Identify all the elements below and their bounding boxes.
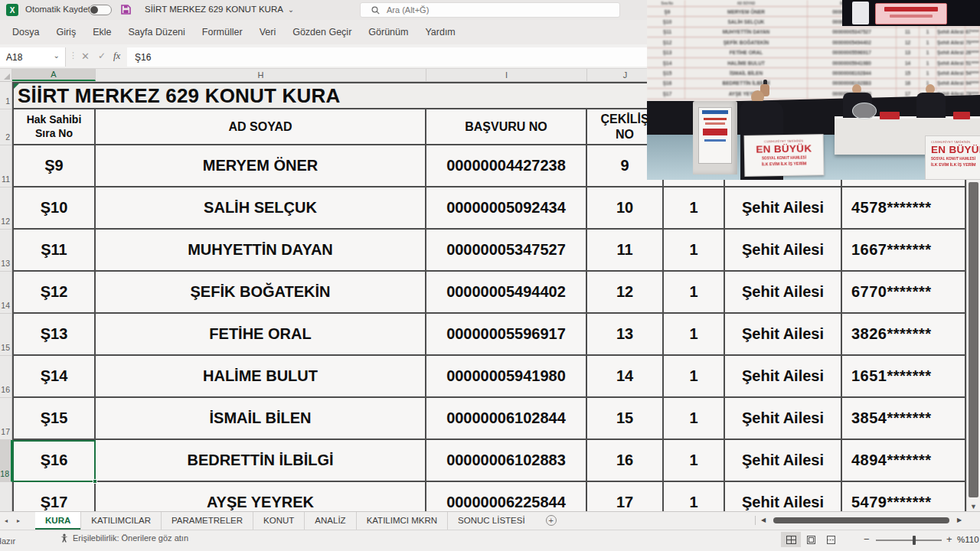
excel-app-icon[interactable]: X: [6, 4, 18, 16]
cell-A19[interactable]: Ş17: [12, 482, 96, 511]
sheet-tab-sonuc-li̇stesi̇[interactable]: SONUC LİSTESİ: [447, 512, 535, 530]
cell-L15[interactable]: Şehit Ailesi: [725, 314, 842, 356]
cell-H18[interactable]: BEDRETTİN İLBİLGİ: [96, 440, 426, 482]
row-header-19[interactable]: 19: [0, 482, 12, 511]
cell-I18[interactable]: 00000006102883: [426, 440, 587, 482]
document-title[interactable]: SİİRT MERKEZ 629 KONUT KURA⌄: [145, 5, 294, 14]
menu-item-dosya[interactable]: Dosya: [4, 20, 47, 44]
row-header-2[interactable]: 2: [0, 109, 12, 145]
column-header-H[interactable]: H: [96, 69, 426, 81]
header-cell-I[interactable]: BAŞVURU NO: [426, 109, 587, 145]
vscroll-thumb[interactable]: [969, 182, 978, 497]
row-header-12[interactable]: 12: [0, 187, 12, 230]
cell-H16[interactable]: HALİME BULUT: [96, 356, 426, 398]
sheet-nav-right-icon[interactable]: ▸: [12, 512, 24, 530]
cell-A11[interactable]: Ş9: [12, 145, 96, 187]
cell-J19[interactable]: 17: [587, 482, 664, 511]
cell-K19[interactable]: 1: [664, 482, 725, 511]
cell-K12[interactable]: 1: [664, 187, 725, 230]
select-all-corner[interactable]: [0, 69, 12, 81]
menu-item-gözden-geçir[interactable]: Gözden Geçir: [284, 20, 360, 44]
header-cell-H[interactable]: AD SOYAD: [96, 109, 426, 145]
cell-J18[interactable]: 16: [587, 440, 664, 482]
cell-M16[interactable]: 1651*******: [842, 356, 966, 398]
cell-A13[interactable]: Ş11: [12, 230, 96, 272]
sheet-nav-left-icon[interactable]: ◂: [0, 512, 12, 530]
column-header-I[interactable]: I: [426, 69, 587, 81]
menu-item-sayfa-düzeni[interactable]: Sayfa Düzeni: [119, 20, 193, 44]
cell-K16[interactable]: 1: [664, 356, 725, 398]
cell-I14[interactable]: 00000005494402: [426, 272, 587, 314]
cell-H13[interactable]: MUHYETTİN DAYAN: [96, 230, 426, 272]
cell-H19[interactable]: AYŞE YEYREK: [96, 482, 426, 511]
cell-H15[interactable]: FETİHE ORAL: [96, 314, 426, 356]
cell-H14[interactable]: ŞEFİK BOĞATEKİN: [96, 272, 426, 314]
name-box-chevron-icon[interactable]: ⌄: [54, 51, 60, 60]
cell-L18[interactable]: Şehit Ailesi: [725, 440, 842, 482]
fx-icon[interactable]: fx: [113, 50, 120, 62]
cell-H12[interactable]: SALİH SELÇUK: [96, 187, 426, 230]
cell-I11[interactable]: 00000004427238: [426, 145, 587, 187]
menu-item-veri[interactable]: Veri: [251, 20, 285, 44]
menu-item-yardım[interactable]: Yardım: [416, 20, 463, 44]
accessibility-button[interactable]: Erişilebilirlik: Önerilere göz atın: [60, 533, 188, 543]
row-header-13[interactable]: 13: [0, 230, 12, 272]
sheet-tab-katilimcilar[interactable]: KATILIMCILAR: [80, 512, 161, 530]
cell-K14[interactable]: 1: [664, 272, 725, 314]
name-box[interactable]: A18 ⌄: [0, 47, 66, 67]
cell-K13[interactable]: 1: [664, 230, 725, 272]
cell-M17[interactable]: 3854*******: [842, 398, 966, 440]
formula-enter-icon[interactable]: ✓: [98, 51, 106, 61]
formula-cancel-icon[interactable]: ✕: [81, 51, 90, 62]
row-header-1[interactable]: 1: [0, 82, 12, 109]
video-overlay[interactable]: Sıra NoAD SOYADBAŞVURU NOÇEK. NOŞ9MERYEM…: [647, 0, 980, 180]
cell-M15[interactable]: 3826*******: [842, 314, 966, 356]
sheet-tab-konut[interactable]: KONUT: [253, 512, 304, 530]
menu-item-görünüm[interactable]: Görünüm: [360, 20, 416, 44]
menu-item-formüller[interactable]: Formüller: [194, 20, 251, 44]
vscroll-down-icon[interactable]: ▼: [970, 503, 977, 510]
search-input[interactable]: Ara (Alt+Ğ): [360, 2, 620, 18]
cell-A15[interactable]: Ş13: [12, 314, 96, 356]
cell-L17[interactable]: Şehit Ailesi: [725, 398, 842, 440]
menu-item-ekle[interactable]: Ekle: [84, 20, 119, 44]
row-header-17[interactable]: 17: [0, 398, 12, 440]
zoom-slider[interactable]: [876, 540, 942, 541]
view-page-break-button[interactable]: [821, 532, 841, 547]
cell-A18[interactable]: Ş16: [12, 440, 96, 482]
vertical-scrollbar[interactable]: ▼: [966, 180, 980, 511]
cell-J15[interactable]: 13: [587, 314, 664, 356]
cell-L13[interactable]: Şehit Ailesi: [725, 230, 842, 272]
row-header-14[interactable]: 14: [0, 272, 12, 314]
cell-J13[interactable]: 11: [587, 230, 664, 272]
cell-I16[interactable]: 00000005941980: [426, 356, 587, 398]
cell-M14[interactable]: 6770*******: [842, 272, 966, 314]
cell-H11[interactable]: MERYEM ÖNER: [96, 145, 426, 187]
sheet-tab-parametreler[interactable]: PARAMETRELER: [161, 512, 253, 530]
cell-M19[interactable]: 5479*******: [842, 482, 966, 511]
hscroll-thumb[interactable]: [773, 517, 949, 523]
row-header-11[interactable]: 11: [0, 145, 12, 187]
cell-L16[interactable]: Şehit Ailesi: [725, 356, 842, 398]
zoom-in-button[interactable]: +: [946, 533, 952, 545]
cell-J17[interactable]: 15: [587, 398, 664, 440]
cell-I13[interactable]: 00000005347527: [426, 230, 587, 272]
cell-A14[interactable]: Ş12: [12, 272, 96, 314]
cell-K15[interactable]: 1: [664, 314, 725, 356]
cell-I19[interactable]: 00000006225844: [426, 482, 587, 511]
cell-L12[interactable]: Şehit Ailesi: [725, 187, 842, 230]
sheet-tab-anali̇z[interactable]: ANALİZ: [304, 512, 355, 530]
cell-M13[interactable]: 1667*******: [842, 230, 966, 272]
cell-J12[interactable]: 10: [587, 187, 664, 230]
header-cell-A[interactable]: Hak SahibiSıra No: [12, 109, 96, 145]
row-header-18[interactable]: 18: [0, 440, 12, 482]
cell-A12[interactable]: Ş10: [12, 187, 96, 230]
cell-K18[interactable]: 1: [664, 440, 725, 482]
cell-I15[interactable]: 00000005596917: [426, 314, 587, 356]
hscroll-left-icon[interactable]: ◀: [761, 517, 766, 523]
add-sheet-button[interactable]: +: [546, 515, 557, 526]
cell-J16[interactable]: 14: [587, 356, 664, 398]
menu-item-giriş[interactable]: Giriş: [47, 20, 84, 44]
save-icon[interactable]: [120, 4, 132, 18]
cell-H17[interactable]: İSMAİL BİLEN: [96, 398, 426, 440]
